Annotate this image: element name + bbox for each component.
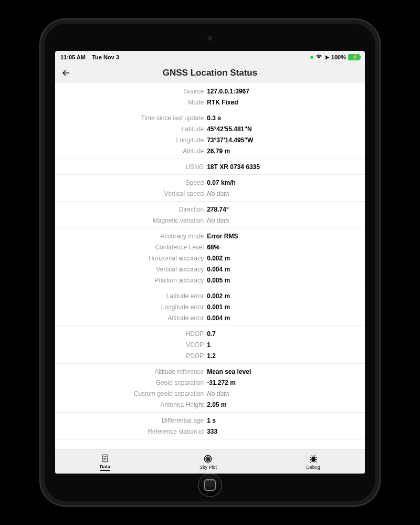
status-row: Speed0.07 km/h <box>55 177 365 188</box>
status-label: HDOP <box>55 330 207 338</box>
status-row: Latitude error0.002 m <box>55 290 365 301</box>
status-row: Altitude referenceMean sea level <box>55 366 365 377</box>
screen: 11:05 AM Tue Nov 3 ➤ 100% ⚡ GNSS Locatio… <box>55 51 365 474</box>
status-group: Latitude error0.002 mLongitude error0.00… <box>55 288 365 326</box>
status-value: Error RMS <box>207 233 365 240</box>
status-group: Altitude referenceMean sea levelGeoid se… <box>55 364 365 413</box>
status-value: 45°42'55.481"N <box>207 125 365 133</box>
status-label: Direction <box>55 206 207 213</box>
statusbar-time: 11:05 AM <box>60 54 86 60</box>
tab-data[interactable]: Data <box>100 453 110 471</box>
status-row: Confidence Level68% <box>55 242 365 253</box>
status-group: HDOP0.7VDOP1PDOP1.2 <box>55 326 365 364</box>
home-button[interactable] <box>198 473 222 497</box>
back-button[interactable] <box>58 65 74 81</box>
status-label: Reference station id <box>55 428 207 435</box>
status-label: Position accuracy <box>55 277 207 284</box>
status-row: VDOP1 <box>55 339 365 350</box>
status-value: 0.07 km/h <box>207 179 365 186</box>
status-label: Differential age <box>55 417 207 424</box>
status-value: 278.74° <box>207 206 365 213</box>
status-row: PDOP1.2 <box>55 350 365 361</box>
statusbar-date: Tue Nov 3 <box>92 54 119 60</box>
status-label: Latitude <box>55 125 207 133</box>
status-value: 0.005 m <box>207 277 365 284</box>
status-row: Accuracy modeError RMS <box>55 230 365 242</box>
status-label: Latitude error <box>55 292 207 300</box>
status-group: Time since last update0.3 sLatitude45°42… <box>55 110 365 159</box>
status-value: 0.004 m <box>207 314 365 322</box>
status-row: Altitude error0.004 m <box>55 312 365 323</box>
status-group: USNG18T XR 0734 6335 <box>55 159 365 175</box>
status-label: Antenna Height <box>55 401 207 408</box>
status-value: 1 <box>207 341 365 349</box>
recording-indicator-icon <box>310 56 313 59</box>
app-header: GNSS Location Status <box>55 62 365 83</box>
status-value: 18T XR 0734 6335 <box>207 163 365 171</box>
tab-skyplot[interactable]: Sky Plot <box>200 453 217 470</box>
status-row: Antenna Height2.05 m <box>55 399 365 410</box>
status-label: Time since last update <box>55 114 207 122</box>
status-row: Vertical speedNo data <box>55 188 365 199</box>
tab-debug[interactable]: Debug <box>306 453 320 470</box>
battery-icon: ⚡ <box>348 54 360 60</box>
status-value: 26.79 m <box>207 148 365 155</box>
statusbar-right: ➤ 100% ⚡ <box>310 54 360 61</box>
status-value: 0.3 s <box>207 114 365 122</box>
tab-data-label: Data <box>100 464 110 471</box>
status-label: Vertical speed <box>55 190 207 197</box>
status-label: Accuracy mode <box>55 233 207 240</box>
status-value: No data <box>207 217 365 224</box>
status-value: 73°37'14.495"W <box>207 136 365 144</box>
status-group: Direction278.74°Magnetic variationNo dat… <box>55 202 365 228</box>
wifi-icon <box>316 54 322 61</box>
location-icon: ➤ <box>324 54 329 61</box>
status-value: No data <box>207 390 365 397</box>
status-label: Magnetic variation <box>55 217 207 224</box>
status-group: Source127.0.0.1:3967ModeRTK Fixed <box>55 83 365 110</box>
statusbar-left: 11:05 AM Tue Nov 3 <box>60 54 119 60</box>
tab-skyplot-label: Sky Plot <box>200 465 217 470</box>
svg-point-3 <box>311 457 316 463</box>
status-row: Reference station id333 <box>55 426 365 437</box>
status-row: Source127.0.0.1:3967 <box>55 86 365 97</box>
status-value: 0.002 m <box>207 292 365 300</box>
status-group: Differential age1 sReference station id3… <box>55 413 365 439</box>
status-label: Confidence Level <box>55 244 207 251</box>
status-label: Longitude <box>55 136 207 144</box>
status-value: 127.0.0.1:3967 <box>207 88 365 95</box>
status-label: Geoid separation <box>55 379 207 386</box>
status-row: Longitude error0.001 m <box>55 301 365 312</box>
status-label: Horizontal accuracy <box>55 255 207 262</box>
device-camera <box>207 35 213 41</box>
status-value: -31.272 m <box>207 379 365 386</box>
status-row: Geoid separation-31.272 m <box>55 377 365 388</box>
bottom-tabbar: Data Sky Plot Debug <box>55 449 365 474</box>
status-value: 2.05 m <box>207 401 365 408</box>
status-label: Mode <box>55 99 207 106</box>
status-label: Altitude <box>55 148 207 155</box>
status-label: VDOP <box>55 341 207 349</box>
status-label: PDOP <box>55 352 207 360</box>
status-label: Longitude error <box>55 303 207 311</box>
status-row: Altitude26.79 m <box>55 145 365 156</box>
status-value: 0.002 m <box>207 255 365 262</box>
battery-pct: 100% <box>331 54 346 60</box>
status-label: USNG <box>55 163 207 171</box>
status-row: USNG18T XR 0734 6335 <box>55 161 365 172</box>
data-icon <box>100 454 110 463</box>
page-title: GNSS Location Status <box>55 68 365 78</box>
ios-statusbar: 11:05 AM Tue Nov 3 ➤ 100% ⚡ <box>55 51 365 62</box>
arrow-left-icon <box>61 68 71 78</box>
status-row: Horizontal accuracy0.002 m <box>55 253 365 264</box>
status-row: Longitude73°37'14.495"W <box>55 134 365 145</box>
status-label: Source <box>55 88 207 95</box>
status-row: Latitude45°42'55.481"N <box>55 123 365 134</box>
status-label: Custom geoid separation <box>55 390 207 397</box>
status-value: 0.7 <box>207 330 365 338</box>
status-value: 1.2 <box>207 352 365 360</box>
status-list: Source127.0.0.1:3967ModeRTK FixedTime si… <box>55 83 365 449</box>
status-value: 1 s <box>207 417 365 424</box>
status-row: ModeRTK Fixed <box>55 97 365 108</box>
status-value: 0.001 m <box>207 303 365 311</box>
